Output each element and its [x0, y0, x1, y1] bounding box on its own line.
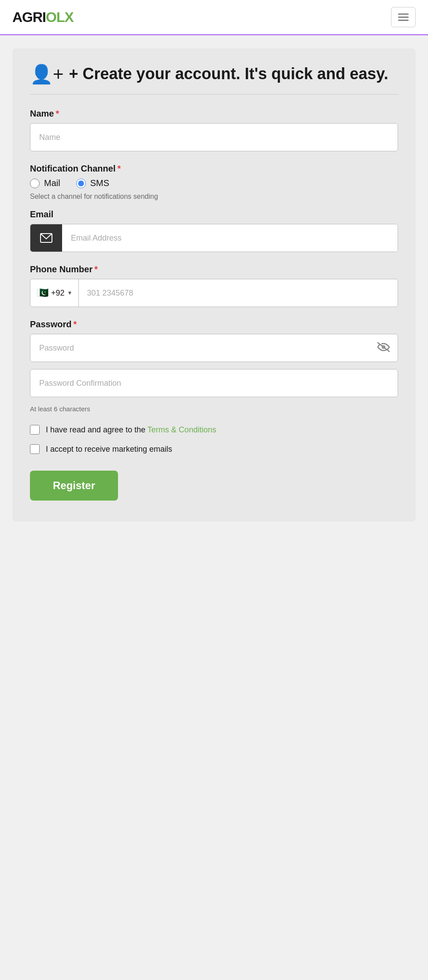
password-input[interactable]	[30, 334, 398, 362]
password-input-wrapper	[30, 334, 398, 362]
password-required-star: *	[73, 319, 77, 329]
terms-link[interactable]: Terms & Conditions	[148, 425, 216, 434]
registration-card: 👤+ + Create your account. It's quick and…	[12, 48, 416, 522]
hamburger-line-3	[398, 20, 409, 21]
terms-checkbox-group: I have read and agree to the Terms & Con…	[30, 425, 398, 435]
email-label: Email	[30, 209, 398, 219]
name-input[interactable]	[30, 123, 398, 151]
email-input-wrapper	[30, 224, 398, 252]
phone-required-star: *	[94, 264, 98, 274]
email-icon	[40, 233, 52, 243]
navbar: AGRIOLX	[0, 0, 428, 35]
notification-radio-options: Mail SMS	[30, 178, 398, 188]
phone-label: Phone Number*	[30, 264, 398, 274]
register-button[interactable]: Register	[30, 471, 118, 501]
phone-input[interactable]	[79, 289, 398, 298]
card-header: 👤+ + Create your account. It's quick and…	[30, 64, 398, 84]
notification-label: Notification Channel*	[30, 164, 398, 174]
radio-mail-label: Mail	[44, 178, 60, 188]
main-content: 👤+ + Create your account. It's quick and…	[0, 35, 428, 535]
radio-option-sms[interactable]: SMS	[76, 178, 109, 188]
notification-channel-group: Notification Channel* Mail SMS Select a …	[30, 164, 398, 201]
terms-checkbox-label[interactable]: I have read and agree to the Terms & Con…	[30, 425, 398, 435]
radio-sms[interactable]	[76, 179, 86, 188]
name-required-star: *	[55, 109, 59, 118]
header-divider	[30, 94, 398, 95]
user-plus-icon: 👤+	[30, 65, 64, 84]
flag-icon: 🇵🇰	[37, 287, 48, 299]
phone-input-wrapper: 🇵🇰 +92 ▼	[30, 279, 398, 307]
email-icon-box	[30, 224, 62, 252]
notification-hint: Select a channel for notifications sendi…	[30, 193, 398, 201]
name-label: Name*	[30, 109, 398, 119]
email-input[interactable]	[62, 224, 398, 252]
radio-sms-label: SMS	[90, 178, 109, 188]
hamburger-line-2	[398, 17, 409, 18]
hamburger-line-1	[398, 14, 409, 15]
marketing-checkbox-group: I accept to receive marketing emails	[30, 444, 398, 454]
phone-country-selector[interactable]: 🇵🇰 +92 ▼	[30, 279, 79, 307]
name-field-group: Name*	[30, 109, 398, 151]
hamburger-button[interactable]	[391, 7, 416, 27]
password-hint: At least 6 characters	[30, 405, 398, 413]
phone-field-group: Phone Number* 🇵🇰 +92 ▼	[30, 264, 398, 307]
terms-text: I have read and agree to the Terms & Con…	[46, 425, 216, 435]
marketing-checkbox[interactable]	[30, 444, 40, 454]
marketing-text: I accept to receive marketing emails	[46, 445, 172, 454]
password-confirm-input[interactable]	[30, 369, 398, 397]
password-label: Password*	[30, 319, 398, 329]
phone-country-code: +92	[51, 289, 65, 298]
email-field-group: Email	[30, 209, 398, 252]
logo: AGRIOLX	[12, 9, 74, 26]
logo-black-text: AGRI	[12, 9, 46, 25]
radio-mail[interactable]	[30, 179, 40, 188]
marketing-checkbox-label[interactable]: I accept to receive marketing emails	[30, 444, 398, 454]
logo-green-text: OLX	[46, 9, 74, 25]
radio-option-mail[interactable]: Mail	[30, 178, 60, 188]
page-title: + Create your account. It's quick and ea…	[69, 64, 388, 83]
password-field-group: Password* At least 6 characters	[30, 319, 398, 413]
phone-dropdown-arrow: ▼	[67, 290, 73, 296]
password-toggle-icon[interactable]	[377, 342, 390, 354]
notification-required-star: *	[117, 164, 121, 173]
terms-checkbox[interactable]	[30, 425, 40, 435]
